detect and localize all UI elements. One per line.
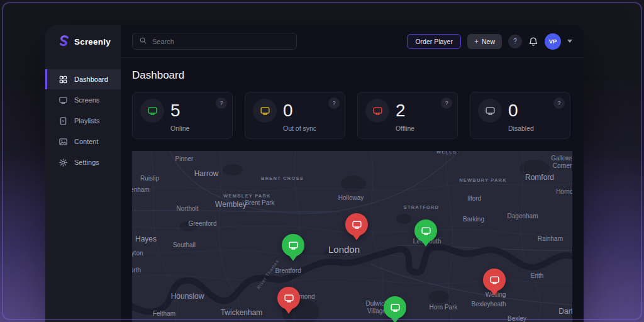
status-card-disabled[interactable]: 0Disabled?	[470, 92, 570, 139]
search-icon	[139, 36, 147, 47]
status-cards: 5Online?0Out of sync?2Offline?0Disabled?	[132, 92, 572, 139]
sidebar-item-playlists[interactable]: Playlists	[45, 111, 121, 131]
search-box[interactable]	[132, 33, 297, 50]
marker-screen-icon	[384, 296, 406, 319]
page-title: Dashboard	[132, 69, 572, 82]
screen-status-icon	[365, 99, 389, 123]
main-area: Order Player + New ? VP Dashboard 5Onlin…	[121, 25, 584, 322]
screen-status-icon	[140, 99, 164, 123]
sidebar-item-label: Settings	[74, 158, 99, 166]
screen-marker-online[interactable]	[282, 234, 304, 261]
marker-screen-icon	[414, 219, 437, 242]
playlist-icon	[58, 116, 68, 126]
status-card-out-of-sync[interactable]: 0Out of sync?	[245, 92, 345, 139]
sidebar-item-dashboard[interactable]: Dashboard	[45, 69, 121, 89]
card-help-button[interactable]: ?	[441, 97, 452, 109]
search-input[interactable]	[152, 38, 290, 45]
card-help-button[interactable]: ?	[328, 97, 340, 109]
status-card-online[interactable]: 5Online?	[132, 92, 233, 139]
topbar: Order Player + New ? VP	[121, 25, 584, 58]
notifications-bell-icon[interactable]	[528, 36, 538, 47]
grid-icon	[58, 75, 68, 84]
sidebar-item-settings[interactable]: Settings	[45, 152, 121, 172]
screen-marker-online[interactable]	[414, 219, 437, 247]
marker-tail	[288, 254, 298, 261]
marker-tail	[421, 240, 431, 247]
card-help-button[interactable]: ?	[553, 97, 565, 109]
marker-tail	[390, 316, 400, 322]
new-button[interactable]: + New	[467, 34, 502, 49]
dashboard-content: Dashboard 5Online?0Out of sync?2Offline?…	[121, 58, 584, 322]
sidebar-nav: DashboardScreensPlaylistsContentSettings	[45, 69, 121, 173]
marker-tail	[352, 233, 362, 240]
screenly-logo-icon	[58, 35, 70, 49]
plus-icon: +	[474, 37, 479, 46]
marker-screen-icon	[282, 234, 304, 257]
marker-screen-icon	[277, 287, 300, 309]
chevron-down-icon[interactable]	[567, 40, 572, 43]
sidebar-item-content[interactable]: Content	[45, 131, 121, 152]
card-help-button[interactable]: ?	[216, 97, 227, 109]
card-label: Offline	[396, 125, 450, 132]
sidebar-item-screens[interactable]: Screens	[45, 90, 121, 110]
sidebar-item-label: Content	[74, 138, 99, 145]
user-avatar[interactable]: VP	[545, 33, 561, 50]
card-label: Out of sync	[283, 125, 337, 132]
status-card-offline[interactable]: 2Offline?	[357, 92, 458, 139]
topbar-actions: Order Player + New ? VP	[407, 33, 572, 50]
app-window: Screenly DashboardScreensPlaylistsConten…	[45, 25, 584, 322]
brand-name: Screenly	[74, 37, 111, 47]
sidebar-item-label: Screens	[74, 96, 99, 104]
screen-marker-offline[interactable]	[277, 287, 300, 314]
gear-icon	[58, 158, 68, 167]
card-label: Online	[170, 125, 225, 132]
image-icon	[58, 137, 68, 147]
marker-tail	[489, 289, 499, 296]
screen-marker-online[interactable]	[384, 296, 406, 322]
marker-tail	[284, 307, 294, 314]
screen-marker-offline[interactable]	[345, 213, 368, 240]
screen-status-icon	[478, 99, 502, 123]
marker-screen-icon	[345, 213, 368, 236]
screen-marker-offline[interactable]	[483, 269, 506, 296]
sidebar-item-label: Dashboard	[74, 75, 108, 83]
new-button-label: New	[482, 38, 495, 45]
card-label: Disabled	[508, 125, 562, 132]
monitor-icon	[58, 96, 68, 105]
screens-map[interactable]: River Thames PinnerHarrowRuislipIckenham…	[132, 151, 572, 322]
sidebar: Screenly DashboardScreensPlaylistsConten…	[45, 25, 121, 322]
marker-screen-icon	[483, 269, 506, 291]
help-button[interactable]: ?	[508, 35, 522, 48]
screen-status-icon	[253, 99, 277, 123]
sidebar-item-label: Playlists	[74, 117, 99, 125]
order-player-button[interactable]: Order Player	[407, 34, 461, 49]
brand-header[interactable]: Screenly	[45, 25, 121, 58]
